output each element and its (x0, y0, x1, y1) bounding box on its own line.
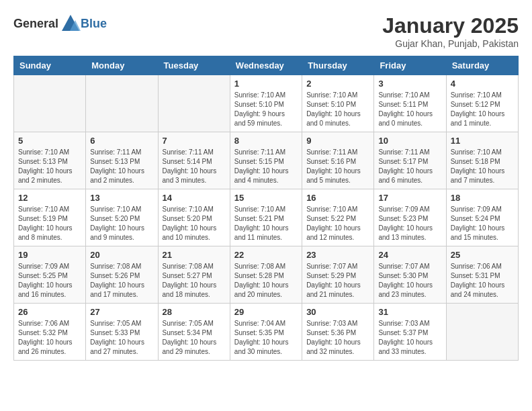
day-number: 24 (378, 250, 441, 260)
day-number: 15 (234, 193, 298, 203)
day-info: Sunrise: 7:09 AM Sunset: 5:25 PM Dayligh… (18, 262, 81, 300)
calendar-cell: 26Sunrise: 7:06 AM Sunset: 5:32 PM Dayli… (14, 304, 86, 361)
day-number: 30 (306, 307, 369, 317)
calendar-cell: 10Sunrise: 7:11 AM Sunset: 5:17 PM Dayli… (374, 132, 446, 189)
calendar-cell: 17Sunrise: 7:09 AM Sunset: 5:23 PM Dayli… (374, 189, 446, 246)
calendar-header-row: SundayMondayTuesdayWednesdayThursdayFrid… (14, 56, 519, 75)
calendar-cell (14, 75, 86, 132)
calendar-cell: 15Sunrise: 7:10 AM Sunset: 5:21 PM Dayli… (230, 189, 302, 246)
calendar-cell: 31Sunrise: 7:03 AM Sunset: 5:37 PM Dayli… (374, 304, 446, 361)
weekday-header-friday: Friday (374, 56, 446, 75)
calendar-cell: 5Sunrise: 7:10 AM Sunset: 5:13 PM Daylig… (14, 132, 86, 189)
day-number: 17 (378, 193, 441, 203)
day-number: 8 (234, 136, 298, 146)
logo: General Blue (13, 13, 107, 34)
calendar-cell: 22Sunrise: 7:08 AM Sunset: 5:28 PM Dayli… (230, 246, 302, 304)
day-number: 26 (18, 307, 81, 317)
calendar-cell: 11Sunrise: 7:10 AM Sunset: 5:18 PM Dayli… (446, 132, 518, 189)
calendar-cell: 12Sunrise: 7:10 AM Sunset: 5:19 PM Dayli… (14, 189, 86, 246)
calendar-cell: 16Sunrise: 7:10 AM Sunset: 5:22 PM Dayli… (302, 189, 374, 246)
day-info: Sunrise: 7:03 AM Sunset: 5:37 PM Dayligh… (378, 319, 441, 357)
day-info: Sunrise: 7:10 AM Sunset: 5:20 PM Dayligh… (163, 205, 226, 242)
calendar-cell: 18Sunrise: 7:09 AM Sunset: 5:24 PM Dayli… (446, 189, 518, 246)
calendar-cell: 1Sunrise: 7:10 AM Sunset: 5:10 PM Daylig… (230, 75, 302, 132)
calendar-week-row: 1Sunrise: 7:10 AM Sunset: 5:10 PM Daylig… (14, 75, 519, 132)
calendar-cell: 6Sunrise: 7:11 AM Sunset: 5:13 PM Daylig… (86, 132, 158, 189)
location-subtitle: Gujar Khan, Punjab, Pakistan (382, 38, 519, 49)
weekday-header-thursday: Thursday (302, 56, 374, 75)
calendar-cell: 30Sunrise: 7:03 AM Sunset: 5:36 PM Dayli… (302, 304, 374, 361)
day-number: 28 (163, 307, 226, 317)
day-number: 1 (234, 79, 298, 89)
calendar-cell: 28Sunrise: 7:05 AM Sunset: 5:34 PM Dayli… (158, 304, 230, 361)
weekday-header-sunday: Sunday (14, 56, 86, 75)
day-info: Sunrise: 7:03 AM Sunset: 5:36 PM Dayligh… (306, 319, 369, 357)
day-number: 20 (90, 250, 153, 260)
day-number: 6 (90, 136, 153, 146)
weekday-header-tuesday: Tuesday (158, 56, 230, 75)
calendar-cell: 20Sunrise: 7:08 AM Sunset: 5:26 PM Dayli… (86, 246, 158, 304)
calendar-cell: 9Sunrise: 7:11 AM Sunset: 5:16 PM Daylig… (302, 132, 374, 189)
day-info: Sunrise: 7:05 AM Sunset: 5:33 PM Dayligh… (90, 319, 153, 357)
calendar-cell: 29Sunrise: 7:04 AM Sunset: 5:35 PM Dayli… (230, 304, 302, 361)
logo-general-text: General (13, 17, 58, 31)
day-number: 9 (306, 136, 369, 146)
day-info: Sunrise: 7:07 AM Sunset: 5:30 PM Dayligh… (378, 262, 441, 300)
calendar-cell: 14Sunrise: 7:10 AM Sunset: 5:20 PM Dayli… (158, 189, 230, 246)
day-info: Sunrise: 7:07 AM Sunset: 5:29 PM Dayligh… (306, 262, 369, 300)
calendar-week-row: 19Sunrise: 7:09 AM Sunset: 5:25 PM Dayli… (14, 246, 519, 304)
month-year-title: January 2025 (382, 13, 519, 38)
calendar-cell: 21Sunrise: 7:08 AM Sunset: 5:27 PM Dayli… (158, 246, 230, 304)
calendar-cell: 13Sunrise: 7:10 AM Sunset: 5:20 PM Dayli… (86, 189, 158, 246)
day-info: Sunrise: 7:10 AM Sunset: 5:13 PM Dayligh… (18, 148, 81, 185)
day-info: Sunrise: 7:11 AM Sunset: 5:17 PM Dayligh… (378, 148, 441, 185)
calendar-week-row: 5Sunrise: 7:10 AM Sunset: 5:13 PM Daylig… (14, 132, 519, 189)
day-number: 13 (90, 193, 153, 203)
day-number: 10 (378, 136, 441, 146)
day-number: 27 (90, 307, 153, 317)
day-number: 7 (163, 136, 226, 146)
day-number: 31 (378, 307, 441, 317)
calendar-cell: 3Sunrise: 7:10 AM Sunset: 5:11 PM Daylig… (374, 75, 446, 132)
day-info: Sunrise: 7:10 AM Sunset: 5:22 PM Dayligh… (306, 205, 369, 242)
day-info: Sunrise: 7:08 AM Sunset: 5:27 PM Dayligh… (163, 262, 226, 300)
day-info: Sunrise: 7:10 AM Sunset: 5:20 PM Dayligh… (90, 205, 153, 242)
day-number: 25 (451, 250, 514, 260)
day-info: Sunrise: 7:04 AM Sunset: 5:35 PM Dayligh… (234, 319, 298, 357)
weekday-header-saturday: Saturday (446, 56, 518, 75)
calendar-cell (446, 304, 518, 361)
day-number: 18 (451, 193, 514, 203)
day-number: 23 (306, 250, 369, 260)
weekday-header-wednesday: Wednesday (230, 56, 302, 75)
day-info: Sunrise: 7:11 AM Sunset: 5:14 PM Dayligh… (163, 148, 226, 185)
calendar-cell: 8Sunrise: 7:11 AM Sunset: 5:15 PM Daylig… (230, 132, 302, 189)
day-info: Sunrise: 7:10 AM Sunset: 5:18 PM Dayligh… (451, 148, 514, 185)
day-number: 14 (163, 193, 226, 203)
day-number: 2 (306, 79, 369, 89)
calendar-cell: 19Sunrise: 7:09 AM Sunset: 5:25 PM Dayli… (14, 246, 86, 304)
day-info: Sunrise: 7:08 AM Sunset: 5:26 PM Dayligh… (90, 262, 153, 300)
day-number: 5 (18, 136, 81, 146)
calendar-cell (86, 75, 158, 132)
weekday-header-monday: Monday (86, 56, 158, 75)
day-info: Sunrise: 7:11 AM Sunset: 5:13 PM Dayligh… (90, 148, 153, 185)
calendar-cell: 25Sunrise: 7:06 AM Sunset: 5:31 PM Dayli… (446, 246, 518, 304)
calendar-cell: 7Sunrise: 7:11 AM Sunset: 5:14 PM Daylig… (158, 132, 230, 189)
calendar-cell: 2Sunrise: 7:10 AM Sunset: 5:10 PM Daylig… (302, 75, 374, 132)
day-number: 22 (234, 250, 298, 260)
calendar-cell: 4Sunrise: 7:10 AM Sunset: 5:12 PM Daylig… (446, 75, 518, 132)
day-number: 11 (451, 136, 514, 146)
title-block: January 2025 Gujar Khan, Punjab, Pakista… (382, 13, 519, 49)
day-info: Sunrise: 7:10 AM Sunset: 5:10 PM Dayligh… (306, 91, 369, 128)
page-header: General Blue January 2025 Gujar Khan, Pu… (13, 13, 519, 49)
calendar-cell: 27Sunrise: 7:05 AM Sunset: 5:33 PM Dayli… (86, 304, 158, 361)
calendar-week-row: 26Sunrise: 7:06 AM Sunset: 5:32 PM Dayli… (14, 304, 519, 361)
day-info: Sunrise: 7:11 AM Sunset: 5:15 PM Dayligh… (234, 148, 298, 185)
logo-blue-text: Blue (81, 17, 107, 31)
day-number: 12 (18, 193, 81, 203)
day-info: Sunrise: 7:06 AM Sunset: 5:32 PM Dayligh… (18, 319, 81, 357)
day-number: 4 (451, 79, 514, 89)
logo-icon (60, 13, 81, 34)
calendar-table: SundayMondayTuesdayWednesdayThursdayFrid… (13, 56, 519, 361)
day-info: Sunrise: 7:10 AM Sunset: 5:10 PM Dayligh… (234, 91, 298, 128)
